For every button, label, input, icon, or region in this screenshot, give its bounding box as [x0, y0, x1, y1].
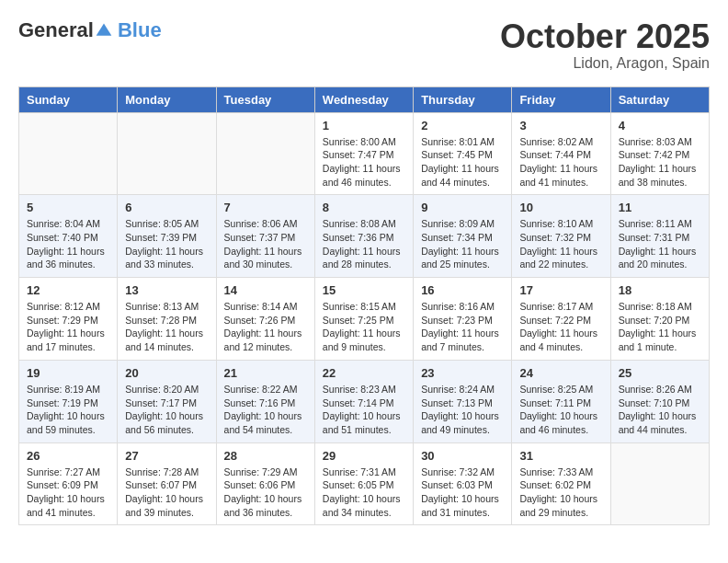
- sunrise-text: Sunrise: 8:01 AM: [421, 135, 504, 149]
- day-info: Sunrise: 7:29 AMSunset: 6:06 PMDaylight:…: [224, 465, 307, 520]
- sunset-text: Sunset: 7:19 PM: [27, 396, 109, 410]
- sunset-text: Sunset: 7:28 PM: [125, 314, 208, 327]
- sunrise-text: Sunrise: 8:25 AM: [519, 383, 602, 396]
- day-number: 6: [125, 201, 208, 214]
- sunrise-text: Sunrise: 8:11 AM: [619, 217, 701, 231]
- daylight-text: Daylight: 11 hours and 44 minutes.: [421, 162, 504, 189]
- sunrise-text: Sunrise: 8:24 AM: [421, 383, 504, 396]
- sunrise-text: Sunrise: 8:06 AM: [224, 217, 307, 231]
- daylight-text: Daylight: 11 hours and 25 minutes.: [421, 245, 504, 271]
- logo: General Blue: [18, 18, 162, 42]
- daylight-text: Daylight: 10 hours and 54 minutes.: [224, 409, 307, 436]
- day-number: 11: [619, 201, 701, 214]
- sunrise-text: Sunrise: 8:26 AM: [619, 383, 701, 396]
- daylight-text: Daylight: 11 hours and 7 minutes.: [421, 327, 504, 353]
- calendar-day-cell: 14Sunrise: 8:14 AMSunset: 7:26 PMDayligh…: [216, 278, 314, 361]
- calendar-day-cell: 29Sunrise: 7:31 AMSunset: 6:05 PMDayligh…: [314, 442, 413, 525]
- day-number: 8: [323, 201, 405, 214]
- day-info: Sunrise: 8:19 AMSunset: 7:19 PMDaylight:…: [27, 383, 109, 437]
- weekday-header-sunday: Sunday: [19, 86, 118, 112]
- sunrise-text: Sunrise: 7:28 AM: [125, 465, 208, 479]
- sunrise-text: Sunrise: 7:32 AM: [421, 465, 504, 479]
- sunset-text: Sunset: 7:44 PM: [519, 148, 602, 162]
- daylight-text: Daylight: 10 hours and 56 minutes.: [125, 409, 208, 436]
- sunset-text: Sunset: 7:37 PM: [224, 231, 307, 245]
- calendar-week-row: 12Sunrise: 8:12 AMSunset: 7:29 PMDayligh…: [19, 278, 710, 361]
- day-info: Sunrise: 8:14 AMSunset: 7:26 PMDaylight:…: [224, 300, 307, 354]
- calendar-day-cell: 28Sunrise: 7:29 AMSunset: 6:06 PMDayligh…: [216, 442, 314, 525]
- day-number: 1: [323, 119, 405, 132]
- calendar-week-row: 26Sunrise: 7:27 AMSunset: 6:09 PMDayligh…: [19, 442, 710, 525]
- day-info: Sunrise: 8:18 AMSunset: 7:20 PMDaylight:…: [619, 300, 701, 354]
- sunrise-text: Sunrise: 8:02 AM: [519, 135, 602, 149]
- sunset-text: Sunset: 7:45 PM: [421, 148, 504, 162]
- day-info: Sunrise: 8:03 AMSunset: 7:42 PMDaylight:…: [619, 135, 701, 190]
- daylight-text: Daylight: 10 hours and 49 minutes.: [421, 409, 504, 436]
- sunrise-text: Sunrise: 8:20 AM: [125, 383, 208, 396]
- sunset-text: Sunset: 6:07 PM: [125, 478, 208, 492]
- sunset-text: Sunset: 7:40 PM: [27, 231, 109, 245]
- calendar-day-cell: 26Sunrise: 7:27 AMSunset: 6:09 PMDayligh…: [19, 442, 118, 525]
- weekday-header-row: SundayMondayTuesdayWednesdayThursdayFrid…: [19, 86, 710, 112]
- sunset-text: Sunset: 7:29 PM: [27, 314, 109, 327]
- daylight-text: Daylight: 11 hours and 28 minutes.: [323, 245, 405, 271]
- day-number: 14: [224, 283, 307, 297]
- day-info: Sunrise: 8:09 AMSunset: 7:34 PMDaylight:…: [421, 217, 504, 271]
- day-number: 20: [125, 366, 208, 380]
- day-info: Sunrise: 8:26 AMSunset: 7:10 PMDaylight:…: [619, 383, 701, 437]
- day-number: 28: [224, 449, 307, 463]
- daylight-text: Daylight: 10 hours and 39 minutes.: [125, 492, 208, 519]
- calendar-day-cell: [118, 112, 216, 195]
- sunset-text: Sunset: 7:31 PM: [619, 231, 701, 245]
- daylight-text: Daylight: 11 hours and 41 minutes.: [519, 162, 602, 189]
- daylight-text: Daylight: 10 hours and 41 minutes.: [27, 492, 109, 519]
- day-info: Sunrise: 7:27 AMSunset: 6:09 PMDaylight:…: [27, 465, 109, 520]
- daylight-text: Daylight: 10 hours and 46 minutes.: [519, 409, 602, 436]
- sunset-text: Sunset: 7:26 PM: [224, 314, 307, 327]
- sunrise-text: Sunrise: 8:18 AM: [619, 300, 701, 314]
- sunset-text: Sunset: 7:11 PM: [519, 396, 602, 410]
- daylight-text: Daylight: 11 hours and 36 minutes.: [27, 245, 109, 271]
- calendar-day-cell: 8Sunrise: 8:08 AMSunset: 7:36 PMDaylight…: [314, 195, 413, 278]
- calendar-day-cell: 2Sunrise: 8:01 AMSunset: 7:45 PMDaylight…: [414, 112, 512, 195]
- calendar-day-cell: 12Sunrise: 8:12 AMSunset: 7:29 PMDayligh…: [19, 278, 118, 361]
- day-number: 31: [519, 449, 602, 463]
- day-number: 13: [125, 283, 208, 297]
- sunrise-text: Sunrise: 8:19 AM: [27, 383, 109, 396]
- daylight-text: Daylight: 11 hours and 38 minutes.: [619, 162, 701, 189]
- day-info: Sunrise: 7:28 AMSunset: 6:07 PMDaylight:…: [125, 465, 208, 520]
- calendar-day-cell: 4Sunrise: 8:03 AMSunset: 7:42 PMDaylight…: [610, 112, 709, 195]
- daylight-text: Daylight: 11 hours and 46 minutes.: [323, 162, 405, 189]
- calendar-week-row: 1Sunrise: 8:00 AMSunset: 7:47 PMDaylight…: [19, 112, 710, 195]
- daylight-text: Daylight: 11 hours and 30 minutes.: [224, 245, 307, 271]
- day-info: Sunrise: 8:13 AMSunset: 7:28 PMDaylight:…: [125, 300, 208, 354]
- day-number: 3: [519, 119, 602, 132]
- day-info: Sunrise: 8:17 AMSunset: 7:22 PMDaylight:…: [519, 300, 602, 354]
- sunrise-text: Sunrise: 8:14 AM: [224, 300, 307, 314]
- calendar-day-cell: 30Sunrise: 7:32 AMSunset: 6:03 PMDayligh…: [414, 442, 512, 525]
- calendar-day-cell: 20Sunrise: 8:20 AMSunset: 7:17 PMDayligh…: [118, 360, 216, 442]
- sunset-text: Sunset: 7:32 PM: [519, 231, 602, 245]
- day-number: 4: [619, 119, 701, 132]
- day-number: 27: [125, 449, 208, 463]
- sunset-text: Sunset: 6:05 PM: [323, 478, 405, 492]
- sunrise-text: Sunrise: 7:27 AM: [27, 465, 109, 479]
- calendar-day-cell: 16Sunrise: 8:16 AMSunset: 7:23 PMDayligh…: [414, 278, 512, 361]
- day-number: 29: [323, 449, 405, 463]
- weekday-header-wednesday: Wednesday: [314, 86, 413, 112]
- day-number: 21: [224, 366, 307, 380]
- sunset-text: Sunset: 7:20 PM: [619, 314, 701, 327]
- calendar-day-cell: 6Sunrise: 8:05 AMSunset: 7:39 PMDaylight…: [118, 195, 216, 278]
- calendar-day-cell: 25Sunrise: 8:26 AMSunset: 7:10 PMDayligh…: [610, 360, 709, 442]
- sunrise-text: Sunrise: 7:31 AM: [323, 465, 405, 479]
- daylight-text: Daylight: 10 hours and 31 minutes.: [421, 492, 504, 519]
- sunset-text: Sunset: 7:39 PM: [125, 231, 208, 245]
- daylight-text: Daylight: 10 hours and 34 minutes.: [323, 492, 405, 519]
- sunrise-text: Sunrise: 7:29 AM: [224, 465, 307, 479]
- calendar-day-cell: 23Sunrise: 8:24 AMSunset: 7:13 PMDayligh…: [414, 360, 512, 442]
- logo-icon: [95, 21, 113, 40]
- daylight-text: Daylight: 11 hours and 14 minutes.: [125, 327, 208, 353]
- calendar-day-cell: 18Sunrise: 8:18 AMSunset: 7:20 PMDayligh…: [610, 278, 709, 361]
- daylight-text: Daylight: 10 hours and 36 minutes.: [224, 492, 307, 519]
- sunset-text: Sunset: 7:23 PM: [421, 314, 504, 327]
